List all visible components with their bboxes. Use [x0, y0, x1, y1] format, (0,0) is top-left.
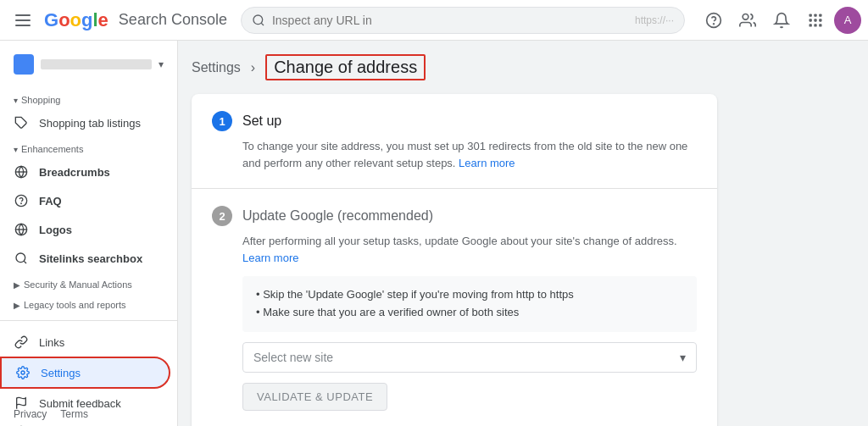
svg-point-0: [253, 15, 263, 25]
accounts-button[interactable]: [732, 5, 763, 36]
privacy-link[interactable]: Privacy: [14, 408, 47, 420]
sidebar-item-faq[interactable]: FAQ: [0, 186, 170, 215]
step2-number: 2: [212, 206, 232, 226]
legacy-label: Legacy tools and reports: [24, 300, 125, 310]
select-row: Select new site ▾: [242, 342, 697, 373]
bell-icon: [773, 12, 790, 29]
accounts-icon: [739, 12, 756, 29]
shopping-section[interactable]: ▾ Shopping: [0, 88, 177, 108]
hamburger-icon: [12, 10, 32, 30]
sitelinks-label: Sitelinks searchbox: [39, 252, 142, 265]
sidebar-item-sitelinks[interactable]: Sitelinks searchbox: [0, 244, 170, 273]
help-icon: [705, 12, 722, 29]
logos-icon: [14, 222, 29, 237]
tip-item-1: Skip the 'Update Google' step if you're …: [256, 286, 683, 304]
property-selector[interactable]: ▾: [0, 47, 177, 81]
svg-point-21: [16, 253, 25, 263]
property-dropdown-icon: ▾: [159, 58, 164, 70]
search-icon: [252, 14, 265, 27]
sitelinks-icon: [14, 251, 29, 266]
search-bar[interactable]: https://···: [241, 7, 685, 34]
google-logo: Google: [44, 9, 108, 31]
nav-divider: [0, 320, 177, 321]
svg-rect-8: [810, 19, 812, 21]
tag-icon: [14, 115, 29, 130]
topbar-left: Google Search Console: [7, 5, 227, 36]
security-section[interactable]: ▶ Security & Manual Actions: [0, 273, 177, 293]
select-chevron-icon: ▾: [680, 351, 686, 364]
page-title: Change of address: [265, 54, 426, 80]
apps-icon: [807, 12, 824, 29]
topbar-right: A: [698, 5, 861, 36]
settings-label: Settings: [41, 367, 81, 379]
search-input[interactable]: [272, 14, 628, 27]
svg-rect-6: [814, 14, 816, 16]
step1-title: Set up: [242, 113, 281, 129]
step2-description: After performing all your setup tasks, u…: [242, 233, 697, 266]
tips-box: Skip the 'Update Google' step if you're …: [242, 276, 697, 332]
step2-header: 2 Update Google (recommended): [212, 206, 697, 226]
svg-line-1: [261, 23, 264, 25]
breadcrumb-separator: ›: [251, 60, 255, 75]
svg-point-23: [21, 371, 25, 374]
property-name: [41, 59, 152, 69]
enhancements-section[interactable]: ▾ Enhancements: [0, 137, 177, 158]
sidebar-item-breadcrumbs[interactable]: Breadcrumbs: [0, 158, 170, 186]
step2-learn-more[interactable]: Learn more: [242, 252, 298, 264]
main-layout: ▾ ▾ Shopping Shopping tab listings ▾ Enh…: [0, 41, 868, 426]
step1-section: 1 Set up To change your site address, yo…: [192, 94, 717, 189]
links-label: Links: [39, 336, 64, 349]
app-name: Search Console: [119, 11, 227, 29]
content-header: Settings › Change of address: [192, 54, 854, 94]
hamburger-menu[interactable]: [7, 5, 37, 36]
link-icon: [14, 335, 29, 350]
breadcrumbs-label: Breadcrumbs: [39, 166, 110, 179]
legacy-section[interactable]: ▶ Legacy tools and reports: [0, 293, 177, 313]
sidebar-item-settings[interactable]: Settings: [0, 357, 170, 389]
sidebar-item-links[interactable]: Links: [0, 328, 170, 357]
step1-learn-more[interactable]: Learn more: [459, 157, 515, 169]
step1-number: 1: [212, 111, 232, 131]
footer: Privacy Terms: [0, 402, 868, 426]
svg-point-4: [743, 14, 748, 19]
step2-section: 2 Update Google (recommended) After perf…: [192, 189, 717, 426]
sidebar-item-shopping-tab[interactable]: Shopping tab listings: [0, 108, 170, 137]
svg-rect-5: [810, 14, 812, 16]
select-placeholder: Select new site: [253, 351, 333, 364]
step2-title: Update Google (recommended): [242, 208, 433, 224]
svg-rect-11: [810, 24, 812, 26]
tip-item-2: Make sure that you are a verified owner …: [256, 304, 683, 322]
change-of-address-card: 1 Set up To change your site address, yo…: [192, 94, 717, 426]
breadcrumb-icon: [14, 164, 29, 180]
svg-rect-10: [819, 19, 821, 21]
content-area: Settings › Change of address 1 Set up To…: [178, 41, 868, 426]
step1-description: To change your site address, you must se…: [242, 138, 697, 171]
security-chevron-icon: ▶: [14, 280, 20, 290]
faq-label: FAQ: [39, 195, 62, 207]
new-site-select[interactable]: Select new site ▾: [242, 342, 697, 373]
property-icon: [14, 54, 34, 75]
security-label: Security & Manual Actions: [24, 279, 132, 290]
sidebar: ▾ ▾ Shopping Shopping tab listings ▾ Enh…: [0, 41, 178, 426]
shopping-tab-label: Shopping tab listings: [39, 117, 141, 130]
svg-point-18: [21, 203, 22, 204]
sidebar-item-logos[interactable]: Logos: [0, 215, 170, 244]
notifications-button[interactable]: [766, 5, 797, 36]
enhancements-chevron-icon: ▾: [14, 145, 18, 154]
topbar: Google Search Console https://···: [0, 0, 868, 41]
apps-button[interactable]: [800, 5, 831, 36]
avatar[interactable]: A: [834, 7, 861, 34]
terms-link[interactable]: Terms: [60, 408, 88, 420]
help-button[interactable]: [698, 5, 729, 36]
svg-rect-13: [819, 24, 821, 26]
gear-icon: [15, 365, 31, 380]
faq-icon: [14, 193, 29, 208]
breadcrumb-parent[interactable]: Settings: [192, 60, 241, 75]
shopping-label: Shopping: [21, 95, 61, 105]
logos-label: Logos: [39, 224, 72, 236]
svg-rect-9: [814, 19, 816, 21]
svg-rect-12: [814, 24, 816, 26]
shopping-chevron-icon: ▾: [14, 96, 18, 105]
legacy-chevron-icon: ▶: [14, 301, 20, 310]
svg-line-22: [24, 261, 26, 263]
